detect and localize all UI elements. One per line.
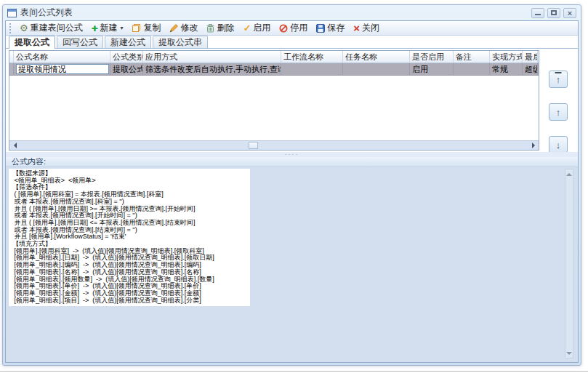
arrow-up-icon: ↑ — [556, 108, 561, 117]
cell-editor-input[interactable]: 提取领用情况 — [16, 64, 109, 74]
grid-header-row: 公式名称公式类别应用方式工作流名称任务名称是否启用备注实现方式最后 — [9, 51, 539, 63]
maximize-button[interactable] — [547, 8, 560, 18]
close-x-icon: × — [353, 24, 360, 33]
toolbar-button-disable[interactable]: 停用 — [275, 22, 312, 35]
tab-writeback-formula[interactable]: 回写公式 — [57, 36, 103, 48]
toolbar-button-close[interactable]: ×关闭 — [349, 22, 384, 35]
table-cell[interactable]: 筛选条件改变后自动执行,手动执行,查询... — [143, 63, 281, 75]
table-cell[interactable]: 启用 — [410, 63, 454, 75]
column-header-3[interactable]: 应用方式 — [143, 51, 281, 63]
tab-strip: 提取公式回写公式新建公式提取公式串 — [6, 36, 578, 49]
toolbar-button-enable[interactable]: ✓启用 — [238, 22, 275, 35]
toolbar-button-rebuild-formulas[interactable]: ⚙重建表间公式 — [15, 22, 87, 35]
screenshot-edge-line — [0, 371, 588, 372]
maximize-icon — [551, 10, 557, 15]
check-icon: ✓ — [243, 24, 251, 33]
horizontal-scroll-track[interactable] — [20, 141, 528, 150]
toolbar-button-modify[interactable]: 修改 — [165, 22, 202, 35]
toolbar-button-label: 重建表间公式 — [31, 22, 83, 34]
splitter-handle[interactable]: ···· — [6, 152, 578, 157]
column-header-6[interactable]: 是否启用 — [410, 51, 454, 63]
toolbar-grip[interactable] — [9, 23, 12, 33]
toolbar-button-label: 停用 — [290, 22, 307, 34]
formula-content-label: 公式内容: — [12, 157, 46, 166]
tab-extract-formula-chain[interactable]: 提取公式串 — [153, 36, 208, 48]
move-down-button[interactable]: ↓ — [549, 136, 568, 153]
arrow-up-to-bar-icon: ↑ — [556, 75, 561, 84]
scroll-right-arrow-icon[interactable] — [528, 141, 539, 150]
horizontal-scroll-thumb[interactable] — [249, 142, 258, 149]
table-cell[interactable] — [343, 63, 410, 75]
toolbar-button-label: 新建 — [100, 22, 117, 34]
column-header-1[interactable]: 公式名称 — [14, 51, 110, 63]
horizontal-scrollbar[interactable] — [9, 140, 539, 150]
copy-icon — [132, 23, 141, 33]
pencil-icon — [169, 24, 178, 33]
toolbar-button-new[interactable]: +新建▾ — [87, 22, 128, 35]
table-cell[interactable] — [281, 63, 343, 75]
table-cell[interactable]: 提取公式 — [110, 63, 143, 75]
move-up-button[interactable]: ↑ — [549, 103, 568, 121]
app-icon — [7, 9, 17, 17]
minimize-icon — [535, 14, 541, 15]
toolbar-button-label: 保存 — [327, 22, 345, 34]
close-icon: × — [568, 9, 572, 17]
formula-line: [领用单_明细表].[项目] -> (填入值)[领用情况查询_明细表].[分类] — [12, 297, 247, 305]
toolbar-button-copy[interactable]: 复制 — [127, 22, 165, 35]
plus-icon: + — [92, 24, 98, 33]
column-header-7[interactable]: 备注 — [454, 51, 490, 63]
desktop-background: 表间公式列表 × ⚙重建表间公式+新建▾复制修改删除✓启用停用保存×关闭 提取公… — [0, 0, 588, 373]
toolbar-button-label: 复制 — [143, 22, 161, 34]
vertical-scrollbar[interactable] — [565, 169, 573, 358]
formula-text-block[interactable]: 【数据来源】 <领用单_明细表> <领用单>【筛选条件】 ( [领用单].[领用… — [9, 169, 250, 306]
arrow-down-icon: ↓ — [556, 140, 561, 150]
formula-content-header: 公式内容: — [6, 157, 578, 167]
splitter-grip-dots-icon: ···· — [285, 153, 299, 156]
toolbar-button-label: 关闭 — [362, 22, 379, 34]
window-titlebar[interactable]: 表间公式列表 × — [3, 5, 581, 20]
tab-new-formula[interactable]: 新建公式 — [105, 36, 151, 48]
formula-content-area: 【数据来源】 <领用单_明细表> <领用单>【筛选条件】 ( [领用单].[领用… — [6, 167, 578, 362]
formula-list-panel: 公式名称公式类别应用方式工作流名称任务名称是否启用备注实现方式最后 提取领用情况… — [6, 49, 578, 152]
tab-extract-formula[interactable]: 提取公式 — [9, 36, 55, 49]
window-title: 表间公式列表 — [20, 7, 73, 19]
trash-icon — [206, 24, 214, 33]
toolbar-button-label: 修改 — [180, 22, 198, 34]
move-to-top-button[interactable]: ↑ — [549, 71, 568, 88]
close-button[interactable]: × — [563, 8, 576, 18]
window-client-area: ⚙重建表间公式+新建▾复制修改删除✓启用停用保存×关闭 提取公式回写公式新建公式… — [5, 20, 579, 363]
table-cell[interactable]: 提取领用情况 — [14, 63, 110, 75]
table-cell[interactable]: 常规 — [490, 63, 523, 75]
chevron-down-icon[interactable]: ▾ — [120, 25, 123, 31]
table-cell[interactable]: 超级 — [523, 63, 538, 75]
toolbar-button-delete[interactable]: 删除 — [202, 22, 238, 35]
table-row[interactable]: 提取领用情况提取公式筛选条件改变后自动执行,手动执行,查询...启用常规超级 — [9, 63, 539, 76]
save-icon — [316, 24, 325, 33]
scroll-up-arrow-icon[interactable] — [565, 169, 573, 178]
table-cell[interactable] — [454, 63, 490, 75]
scroll-left-arrow-icon[interactable] — [9, 141, 20, 150]
toolbar-button-label: 删除 — [217, 22, 234, 34]
toolbar-button-label: 启用 — [253, 22, 270, 34]
window-controls: × — [531, 8, 576, 18]
column-header-8[interactable]: 实现方式 — [490, 51, 523, 63]
minimize-button[interactable] — [531, 8, 544, 18]
column-header-4[interactable]: 工作流名称 — [281, 51, 343, 63]
no-entry-icon — [279, 24, 288, 33]
column-header-5[interactable]: 任务名称 — [343, 51, 410, 63]
toolbar: ⚙重建表间公式+新建▾复制修改删除✓启用停用保存×关闭 — [6, 21, 578, 36]
toolbar-button-save[interactable]: 保存 — [312, 22, 349, 35]
scroll-down-arrow-icon[interactable] — [565, 349, 573, 358]
column-header-2[interactable]: 公式类别 — [110, 51, 143, 63]
app-window: 表间公式列表 × ⚙重建表间公式+新建▾复制修改删除✓启用停用保存×关闭 提取公… — [2, 4, 581, 366]
formula-grid: 公式名称公式类别应用方式工作流名称任务名称是否启用备注实现方式最后 提取领用情况… — [9, 50, 539, 151]
column-header-9[interactable]: 最后 — [523, 51, 538, 63]
gear-icon: ⚙ — [20, 24, 28, 33]
